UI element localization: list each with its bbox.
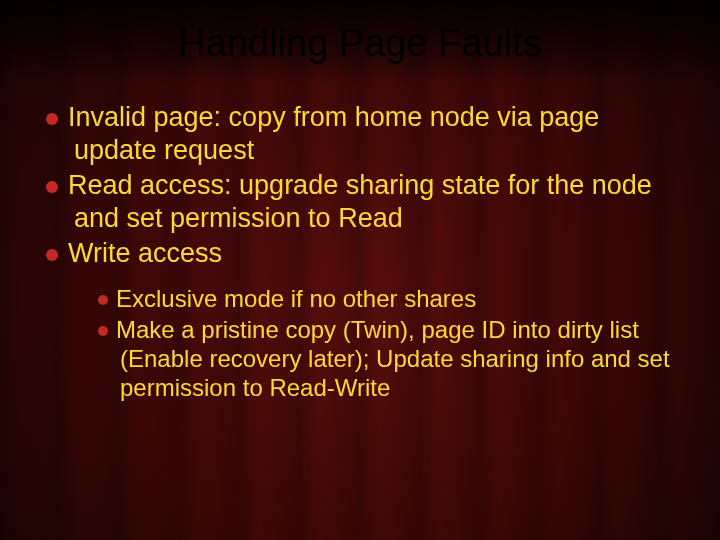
bullet-icon [98, 326, 108, 336]
bullet-text: Write access [68, 238, 222, 268]
bullet-text: Exclusive mode if no other shares [116, 285, 476, 312]
bullet-text: Make a pristine copy (Twin), page ID int… [116, 316, 670, 402]
list-item: Write access Exclusive mode if no other … [46, 237, 674, 403]
bullet-text: Invalid page: copy from home node via pa… [68, 102, 599, 165]
bullet-list-level-2: Exclusive mode if no other shares Make a… [74, 284, 674, 403]
list-item: Invalid page: copy from home node via pa… [46, 101, 674, 167]
bullet-icon [46, 113, 58, 125]
list-item: Exclusive mode if no other shares [98, 284, 674, 313]
list-item: Make a pristine copy (Twin), page ID int… [98, 315, 674, 403]
list-item: Read access: upgrade sharing state for t… [46, 169, 674, 235]
bullet-icon [98, 295, 108, 305]
bullet-icon [46, 181, 58, 193]
bullet-text: Read access: upgrade sharing state for t… [68, 170, 652, 233]
slide-body: Invalid page: copy from home node via pa… [40, 101, 680, 403]
slide-title: Handling Page Faults [40, 22, 680, 65]
bullet-icon [46, 249, 58, 261]
slide: Handling Page Faults Invalid page: copy … [0, 0, 720, 540]
bullet-list-level-1: Invalid page: copy from home node via pa… [40, 101, 680, 403]
